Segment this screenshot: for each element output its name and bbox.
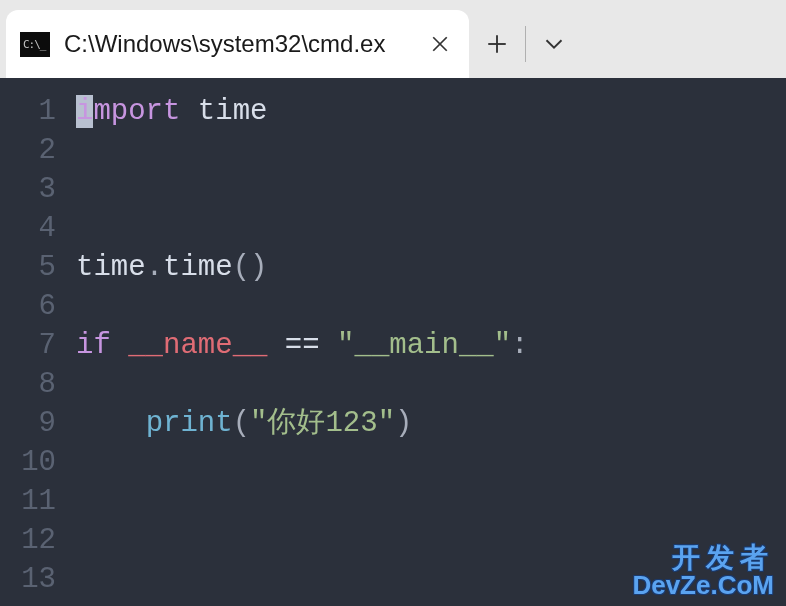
tab-close-button[interactable]: [425, 29, 455, 59]
line-number: 1: [0, 92, 56, 131]
tab-actions: [469, 10, 582, 78]
tab-title: C:\Windows\system32\cmd.ex: [64, 30, 411, 58]
code-line-12: [76, 521, 786, 560]
line-number: 11: [0, 482, 56, 521]
line-number: 10: [0, 443, 56, 482]
code-editor[interactable]: 1 2 3 4 5 6 7 8 9 10 11 12 13 import tim…: [0, 78, 786, 606]
code-line-6: [76, 287, 786, 326]
text-cursor: i: [76, 95, 93, 128]
line-number: 8: [0, 365, 56, 404]
line-number: 4: [0, 209, 56, 248]
code-line-13: [76, 560, 786, 599]
code-line-1: import time: [76, 92, 786, 131]
terminal-tab[interactable]: C:\_ C:\Windows\system32\cmd.ex: [6, 10, 469, 78]
line-number: 9: [0, 404, 56, 443]
plus-icon: [487, 34, 507, 54]
code-line-10: [76, 443, 786, 482]
tab-dropdown-button[interactable]: [526, 16, 582, 72]
code-line-3: [76, 170, 786, 209]
chevron-down-icon: [544, 34, 564, 54]
code-line-4: [76, 209, 786, 248]
cmd-icon: C:\_: [20, 32, 50, 57]
code-line-5: time.time(): [76, 248, 786, 287]
line-number-gutter: 1 2 3 4 5 6 7 8 9 10 11 12 13: [0, 92, 68, 606]
line-number: 13: [0, 560, 56, 599]
tab-bar: C:\_ C:\Windows\system32\cmd.ex: [0, 0, 786, 78]
code-content[interactable]: import time time.time() if __name__ == "…: [68, 92, 786, 606]
code-line-8: [76, 365, 786, 404]
line-number: 7: [0, 326, 56, 365]
code-line-2: [76, 131, 786, 170]
code-line-11: [76, 482, 786, 521]
line-number: 5: [0, 248, 56, 287]
line-number: 2: [0, 131, 56, 170]
line-number: 3: [0, 170, 56, 209]
code-line-7: if __name__ == "__main__":: [76, 326, 786, 365]
new-tab-button[interactable]: [469, 16, 525, 72]
line-number: 12: [0, 521, 56, 560]
code-line-9: print("你好123"): [76, 404, 786, 443]
close-icon: [431, 35, 449, 53]
line-number: 6: [0, 287, 56, 326]
